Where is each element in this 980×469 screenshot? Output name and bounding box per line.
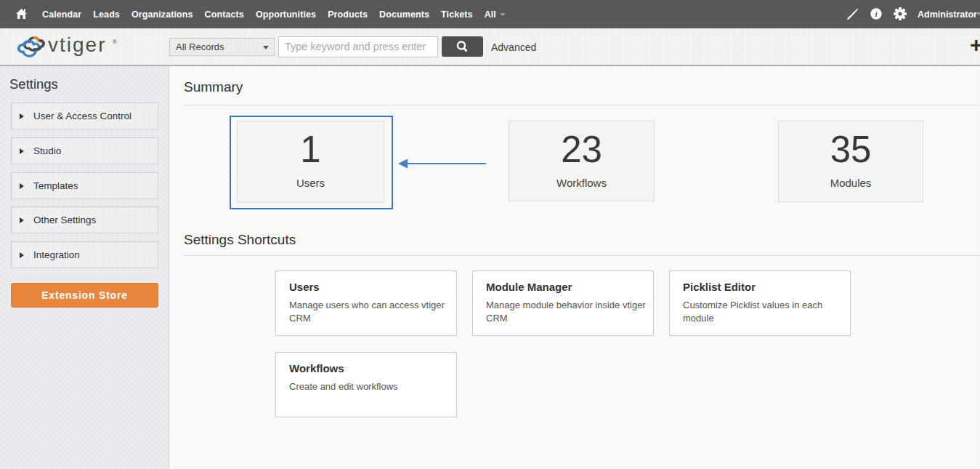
svg-text:vtiger: vtiger [48, 35, 106, 56]
svg-text:®: ® [113, 39, 117, 45]
